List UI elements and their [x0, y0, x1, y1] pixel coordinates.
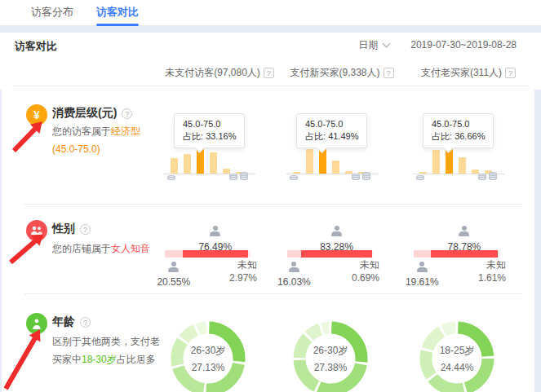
male-share: 20.55%	[145, 261, 202, 288]
age-cell-new-buyers: 26-30岁 27.38%	[282, 293, 402, 392]
gender-cell-new-buyers: 83.28% 16.03% 未知 0.69%	[282, 204, 402, 293]
date-range-value[interactable]: 2019-07-30~2019-08-28	[410, 39, 517, 51]
tab-visitor-distribution[interactable]: 访客分布	[31, 0, 73, 26]
high-spend-coins-icon	[478, 174, 497, 180]
low-spend-coin-icon	[167, 177, 175, 180]
low-spend-coin-icon	[416, 177, 424, 180]
gender-chart: 78.78% 19.61% 未知 1.61%	[414, 225, 499, 285]
divider	[12, 86, 529, 86]
female-segment	[431, 250, 499, 258]
age-cell-returning-buyers: 18-25岁 24.44%	[408, 293, 529, 392]
unknown-share: 未知 0.69%	[352, 258, 379, 284]
consumption-bar-chart[interactable]	[293, 145, 371, 174]
male-percent: 20.55%	[145, 276, 202, 288]
tooltip-range: 45.0-75.0	[432, 118, 485, 130]
column-header-unpaid-visitors: 未支付访客(97,080人)?	[159, 66, 280, 80]
male-percent: 19.61%	[393, 276, 450, 288]
female-icon	[209, 226, 221, 236]
unknown-share: 未知 2.97%	[229, 258, 257, 284]
donut-center-label: 26-30岁 27.38%	[291, 319, 370, 392]
female-share: 83.28%	[307, 225, 367, 253]
unknown-label: 未知	[229, 258, 257, 271]
female-segment	[301, 250, 372, 258]
donut-center-label: 26-30岁 27.13%	[169, 319, 247, 392]
column-header-label: 未支付访客(97,080人)	[165, 67, 260, 78]
age-description: 区别于其他两类，支付老买家中18-30岁占比居多	[52, 333, 162, 368]
bar-tooltip: 45.0-75.0 占比: 41.49%	[296, 113, 367, 148]
unknown-label: 未知	[478, 258, 506, 271]
desc-text: 您的店铺属于	[52, 243, 111, 254]
tooltip-label: 占比:	[432, 131, 452, 141]
age-group-label: 26-30岁	[313, 344, 348, 358]
bar	[184, 154, 191, 174]
male-share: 19.61%	[393, 261, 450, 288]
unknown-percent: 0.69%	[352, 271, 379, 284]
gender-cell-returning-buyers: 78.78% 19.61% 未知 1.61%	[408, 204, 529, 293]
male-icon	[167, 262, 180, 272]
row-title-age: 年龄 ?	[52, 315, 91, 329]
bar	[171, 158, 178, 174]
age-donut-chart[interactable]: 26-30岁 27.13%	[169, 319, 247, 392]
consumption-bar-chart[interactable]	[419, 145, 498, 174]
tooltip-range: 45.0-75.0	[305, 118, 358, 130]
gender-chart: 76.49% 20.55% 未知 2.97%	[165, 225, 251, 285]
column-header-returning-buyers: 支付老买家(311人)?	[408, 66, 529, 80]
tab-visitor-compare[interactable]: 访客对比	[96, 0, 139, 26]
male-segment	[414, 250, 431, 258]
female-icon	[330, 226, 343, 236]
female-share: 76.49%	[185, 225, 246, 253]
consumption-cell-unpaid: 45.0-75.0 占比: 33.16%	[159, 90, 280, 204]
bar	[306, 149, 313, 174]
date-filter-label: 日期	[358, 38, 378, 52]
column-header-label: 支付老买家(311人)	[421, 67, 502, 78]
column-header-label: 支付新买家(9,338人)	[290, 67, 379, 78]
consumption-cell-new-buyers: 45.0-75.0 占比: 41.49%	[282, 90, 402, 204]
row-title-consumption: 消费层级(元) ?	[52, 106, 132, 121]
gender-stacked-bar[interactable]	[165, 250, 251, 258]
page-title: 访客对比	[15, 39, 57, 54]
help-icon[interactable]: ?	[80, 317, 91, 328]
tooltip-value: 36.66%	[455, 131, 485, 141]
bar	[332, 161, 339, 174]
row-title-label: 年龄	[52, 315, 75, 329]
row-title-label: 消费层级(元)	[52, 106, 117, 121]
date-controls: 日期 2019-07-30~2019-08-28	[358, 33, 517, 57]
bar-tooltip: 45.0-75.0 占比: 33.16%	[174, 113, 245, 148]
chevron-down-icon	[383, 39, 391, 47]
unknown-percent: 1.61%	[478, 271, 506, 284]
help-icon[interactable]: ?	[384, 68, 394, 78]
female-icon	[458, 226, 470, 236]
male-segment	[287, 250, 301, 258]
age-group-percent: 27.13%	[192, 362, 225, 373]
age-cell-unpaid: 26-30岁 27.13%	[159, 293, 280, 392]
age-group-label: 18-25岁	[440, 344, 475, 358]
male-percent: 16.03%	[265, 276, 322, 288]
bar	[459, 157, 466, 174]
male-segment	[165, 250, 183, 258]
age-donut-chart[interactable]: 18-25岁 24.44%	[418, 319, 496, 392]
help-icon[interactable]: ?	[505, 68, 516, 78]
unknown-segment	[498, 250, 499, 258]
help-icon[interactable]: ?	[122, 108, 132, 119]
unknown-share: 未知 1.61%	[478, 258, 506, 284]
low-spend-coin-icon	[290, 177, 298, 180]
male-icon	[416, 262, 428, 272]
high-spend-coins-icon	[229, 174, 248, 180]
age-donut-chart[interactable]: 26-30岁 27.38%	[291, 319, 370, 392]
section-header: 访客对比 日期 2019-07-30~2019-08-28 未支付访客(97,0…	[0, 33, 541, 90]
help-icon[interactable]: ?	[264, 68, 274, 78]
tab-bar: 访客分布 访客对比	[0, 0, 541, 26]
high-spend-coins-icon	[352, 174, 370, 180]
bar-tooltip: 45.0-75.0 占比: 36.66%	[423, 113, 494, 148]
male-share: 16.03%	[265, 261, 322, 288]
gender-stacked-bar[interactable]	[287, 250, 373, 258]
visitor-compare-page: 访客分布 访客对比 访客对比 日期 2019-07-30~2019-08-28 …	[0, 0, 541, 392]
age-group-label: 26-30岁	[191, 344, 226, 358]
help-icon[interactable]: ?	[80, 224, 91, 235]
unknown-label: 未知	[352, 258, 379, 271]
age-group-percent: 24.44%	[441, 362, 474, 373]
gender-stacked-bar[interactable]	[414, 250, 499, 258]
date-filter-dropdown[interactable]: 日期	[358, 38, 389, 52]
bar	[432, 150, 440, 174]
consumption-bar-chart[interactable]	[171, 145, 249, 174]
